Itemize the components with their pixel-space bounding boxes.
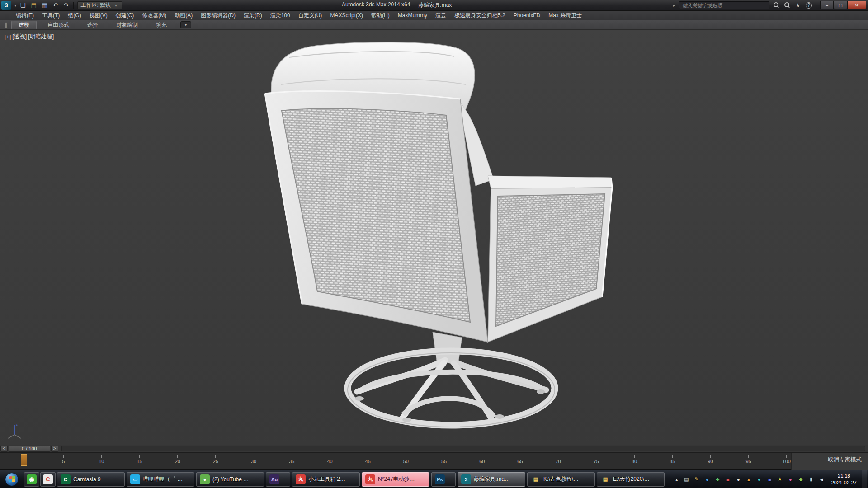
taskbar-task[interactable]: 3 藤编家具.ma… — [458, 472, 525, 487]
windows-flag-icon — [5, 473, 19, 486]
menu-item[interactable]: 编辑(E) — [12, 11, 38, 20]
viewport-label[interactable]: [+] — [5, 33, 11, 41]
network-icon[interactable]: ▮ — [807, 474, 816, 484]
menu-item[interactable]: 组(G) — [64, 11, 85, 20]
chevron-right-icon[interactable]: ▸ — [673, 3, 675, 8]
menu-item[interactable]: 渲染100 — [266, 11, 294, 20]
taskbar-task[interactable]: ▤ K:\古色教程\… — [527, 472, 595, 487]
search-input[interactable] — [679, 1, 769, 9]
menu-item[interactable]: 视图(V) — [85, 11, 112, 20]
close-button[interactable]: ✕ — [847, 1, 866, 9]
open-file-icon[interactable]: ▤ — [29, 1, 39, 10]
advanced-search-icon[interactable] — [783, 1, 791, 9]
menu-item[interactable]: 动画(A) — [170, 11, 197, 20]
cancel-expert-mode-button[interactable]: 取消专家模式 — [828, 453, 868, 464]
folder-icon: ▤ — [600, 474, 610, 484]
menu-item[interactable]: MaxMummy — [394, 11, 431, 20]
file-name: 藤编家具.max — [418, 1, 452, 9]
track-bar[interactable]: 0 5 10 15 20 25 30 35 — [0, 453, 868, 470]
previous-frame-button[interactable]: < — [0, 446, 8, 452]
maximize-button[interactable]: ▢ — [834, 1, 847, 9]
time-slider-track[interactable] — [61, 446, 865, 451]
tray-icon[interactable]: ▤ — [682, 474, 691, 484]
perspective-viewport[interactable]: [+][透视][明暗处理] — [0, 30, 868, 445]
menu-item[interactable]: 渲云 — [431, 11, 450, 20]
favorites-star-icon[interactable]: ★ — [794, 1, 802, 9]
start-button[interactable] — [0, 470, 24, 488]
ribbon-options-icon[interactable]: ▾ — [180, 21, 191, 28]
chair-model[interactable] — [0, 30, 868, 445]
taskbar-clock[interactable]: 21:18 2021-02-27 — [827, 473, 861, 486]
help-icon[interactable]: ? — [805, 1, 813, 9]
taskbar-task[interactable]: ● (2) YouTube … — [196, 472, 264, 487]
ribbon-tab[interactable]: 填充 — [149, 21, 174, 29]
menu-item[interactable]: MAXScript(X) — [326, 11, 367, 20]
menu-item[interactable]: 图形编辑器(D) — [197, 11, 240, 20]
tray-icon[interactable]: ● — [755, 474, 764, 484]
tray-icon[interactable]: ● — [786, 474, 795, 484]
ribbon-tab[interactable]: 自由形式 — [40, 21, 76, 29]
tray-icon[interactable]: ● — [734, 474, 743, 484]
redo-icon[interactable]: ↷ — [61, 1, 71, 10]
menu-item[interactable]: 修改器(M) — [138, 11, 170, 20]
taskbar-task[interactable]: C Camtasia 9 — [57, 472, 125, 487]
taskbar-task[interactable]: Ps — [431, 472, 456, 487]
3dsmax-logo-icon[interactable]: 3 — [1, 1, 11, 10]
task-label: N°247电动沙… — [378, 475, 415, 483]
task-label: (2) YouTube … — [212, 476, 249, 483]
menu-item[interactable]: PhoenixFD — [509, 11, 544, 20]
taskbar-task[interactable]: 丸 小丸工具箱 2… — [292, 472, 360, 487]
menu-item[interactable]: 自定义(U) — [294, 11, 326, 20]
audition-icon: Au — [269, 474, 279, 484]
workspace-dropdown[interactable]: 工作区: 默认 ▾ — [77, 1, 122, 9]
ruler-tick: 65 — [513, 455, 527, 464]
ruler-tick: 20 — [170, 455, 185, 464]
tray-icon[interactable]: ● — [703, 474, 712, 484]
tray-icon[interactable]: ◆ — [713, 474, 722, 484]
menu-item[interactable]: 极速瘦身安全归档5.2 — [450, 11, 509, 20]
undo-icon[interactable]: ↶ — [51, 1, 61, 10]
minimize-button[interactable]: – — [820, 1, 834, 9]
ruler-tick: 25 — [208, 455, 223, 464]
viewport-label[interactable]: [透视] — [12, 33, 27, 41]
volume-icon[interactable]: ◄ — [817, 474, 826, 484]
show-desktop-button[interactable] — [862, 470, 867, 488]
taskbar-task[interactable]: ▤ E:\天竹2020\… — [597, 472, 665, 487]
app-menu-caret-icon[interactable]: ▾ — [14, 3, 17, 8]
menu-item[interactable]: 工具(T) — [38, 11, 64, 20]
ribbon-tab[interactable]: 建模 — [11, 21, 37, 29]
taskbar-task[interactable]: Au — [266, 472, 290, 487]
time-slider-handle[interactable]: 0 / 100 — [9, 446, 50, 452]
tray-icon[interactable]: ■ — [723, 474, 733, 484]
menu-item[interactable]: 帮助(H) — [367, 11, 394, 20]
viewport-label[interactable]: [明暗处理] — [28, 33, 54, 41]
save-icon[interactable]: ▦ — [40, 1, 50, 10]
menu-item[interactable]: Max 杀毒卫士 — [544, 11, 586, 20]
app-title: Autodesk 3ds Max 2014 x64 — [342, 1, 410, 9]
menu-item[interactable]: 创建(C) — [112, 11, 138, 20]
camtasia-icon: C — [61, 474, 71, 484]
titlebar-right: ▸ ★ ? – ▢ ✕ — [671, 0, 868, 11]
camtasia-recorder-icon[interactable]: C — [40, 472, 56, 487]
new-file-icon[interactable]: ❏ — [18, 1, 28, 10]
current-frame-marker[interactable] — [21, 454, 27, 466]
menu-item[interactable]: 渲染(R) — [240, 11, 266, 20]
ruler-tick: 75 — [589, 455, 604, 464]
next-frame-button[interactable]: > — [51, 446, 58, 452]
ribbon-tab[interactable]: 对象绘制 — [109, 21, 145, 29]
tray-expand-icon[interactable]: ▴ — [673, 474, 681, 485]
tray-icon[interactable]: ◆ — [796, 474, 806, 484]
taskbar-task[interactable]: 丸 N°247电动沙… — [362, 472, 429, 487]
clock-time: 21:18 — [831, 473, 857, 479]
ribbon-tab[interactable]: 选择 — [80, 21, 105, 29]
chair-base — [348, 332, 555, 427]
search-icon[interactable] — [772, 1, 780, 9]
tray-icon[interactable]: ✎ — [692, 474, 702, 484]
tray-icon[interactable]: ▲ — [744, 474, 754, 484]
tray-icon[interactable]: ■ — [765, 474, 774, 484]
wechat-icon[interactable]: ◉ — [24, 472, 39, 487]
taskbar-task[interactable]: ▭ 哔哩哔哩（゜-… — [127, 472, 194, 487]
ruler-tick: 15 — [132, 455, 147, 464]
tray-icon[interactable]: ★ — [775, 474, 785, 484]
bilibili-icon: ▭ — [130, 474, 140, 484]
